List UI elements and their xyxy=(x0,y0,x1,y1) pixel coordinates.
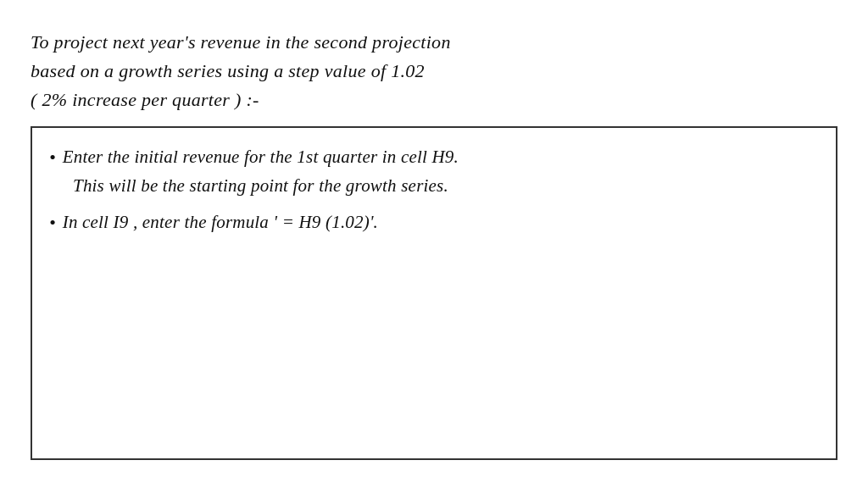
intro-line1: To project next year's revenue in the se… xyxy=(31,31,451,53)
page-container: To project next year's revenue in the se… xyxy=(10,11,858,477)
bullet-item-1: • Enter the initial revenue for the 1st … xyxy=(49,143,819,172)
intro-paragraph: To project next year's revenue in the se… xyxy=(31,28,837,114)
bullet-dot-1: • xyxy=(49,143,56,172)
bullet-continuation-1: This will be the starting point for the … xyxy=(49,172,819,200)
bullet-text-1: Enter the initial revenue for the 1st qu… xyxy=(63,143,459,171)
intro-line2: based on a growth series using a step va… xyxy=(31,60,425,81)
bullet-item-2: • In cell I9 , enter the formula ' = H9 … xyxy=(49,208,819,237)
bullet-dot-2: • xyxy=(49,208,56,237)
content-box: • Enter the initial revenue for the 1st … xyxy=(31,126,837,460)
bullet-text-2: In cell I9 , enter the formula ' = H9 (1… xyxy=(63,208,378,236)
intro-line3: ( 2% increase per quarter ) :- xyxy=(31,89,259,110)
bullet-item-1-wrapper: • Enter the initial revenue for the 1st … xyxy=(49,143,819,200)
